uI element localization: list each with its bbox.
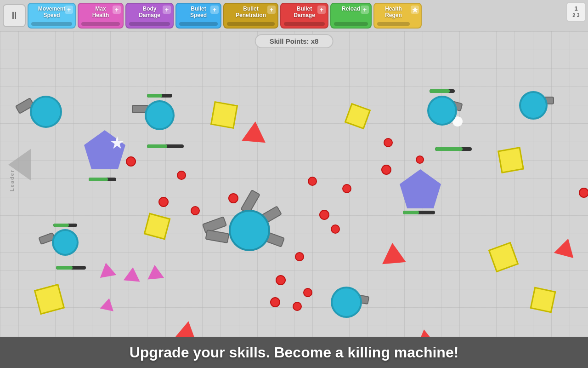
tank-topright2 (519, 91, 548, 120)
health-bar-topright (435, 147, 472, 151)
skill-bullet-damage[interactable]: BulletDamage + (280, 3, 328, 29)
skill-movement-speed[interactable]: MovementSpeed + (28, 3, 76, 29)
square-4 (144, 213, 171, 240)
bullet-9 (319, 210, 329, 220)
bottom-banner: Upgrade your skills. Become a killing ma… (0, 337, 588, 368)
body-damage-plus[interactable]: + (163, 6, 171, 14)
triangle-red-1 (242, 121, 267, 143)
health-bar-pentagon-right (403, 211, 435, 214)
tank-player-center (225, 206, 266, 247)
bullet-17 (295, 252, 304, 261)
bullet-1 (126, 156, 136, 167)
bullet-speed-plus[interactable]: + (210, 6, 219, 14)
reload-plus[interactable]: + (361, 6, 369, 14)
bullet-14 (293, 302, 302, 311)
square-6 (530, 287, 556, 313)
triangle-pink-4 (100, 297, 116, 311)
skill-bullet-speed[interactable]: BulletSpeed + (175, 3, 221, 29)
triangle-pink-3 (147, 264, 164, 279)
health-bar-pentagon-left (147, 144, 184, 148)
triangle-pink-1 (98, 261, 117, 278)
skill-max-health[interactable]: MaxHealth + (78, 3, 124, 29)
bullet-damage-plus[interactable]: + (317, 6, 326, 14)
skill-health-regen[interactable]: HealthRegen ★ (373, 3, 422, 29)
leader-arrow (8, 149, 31, 181)
triangle-red-2 (380, 242, 406, 264)
max-health-plus[interactable]: + (113, 6, 121, 14)
top-bar: ⏸ MovementSpeed + MaxHealth + BodyDamage… (0, 0, 588, 31)
bullet-16 (416, 155, 424, 164)
bullet-10 (331, 224, 340, 234)
bullet-penetration-plus[interactable]: + (267, 6, 276, 14)
bullet-4 (191, 206, 200, 215)
bullet-6 (308, 177, 317, 186)
bullet-5 (228, 193, 238, 203)
pentagon-topleft (84, 130, 125, 169)
bullet-12 (303, 288, 312, 297)
health-bar-left-small (89, 178, 116, 181)
skill-reload[interactable]: Reload + (330, 3, 372, 29)
bullet-11 (276, 275, 286, 285)
tank-topmiddle (145, 100, 175, 130)
health-bar-bottomleft (56, 266, 86, 270)
square-3 (498, 147, 524, 173)
game-area: Leader (0, 31, 588, 368)
square-2 (345, 103, 371, 130)
bullet-7 (342, 184, 351, 193)
skill-bullet-penetration[interactable]: BulletPenetration + (223, 3, 278, 29)
pause-button[interactable]: ⏸ (3, 4, 26, 27)
bullet-3 (158, 197, 169, 207)
square-7 (34, 284, 65, 315)
tank-topright1 (427, 96, 457, 126)
health-regen-star[interactable]: ★ (411, 6, 419, 14)
tank-topleft (30, 96, 62, 128)
square-5 (488, 242, 519, 273)
square-1 (210, 101, 238, 129)
tank-bottomright (331, 287, 362, 318)
bullet-15 (384, 138, 393, 147)
skill-body-damage[interactable]: BodyDamage + (125, 3, 174, 29)
movement-speed-plus[interactable]: + (65, 6, 73, 14)
pentagon-topright (400, 169, 441, 208)
level-badge: 12 3 (566, 2, 586, 22)
triangle-red-5 (554, 236, 578, 258)
bullet-2 (177, 171, 186, 180)
tank-bottomleft (52, 229, 79, 256)
bullet-8 (381, 165, 391, 175)
bullet-18 (579, 188, 588, 198)
triangle-pink-2 (124, 266, 141, 282)
skill-points-bar: Skill Points: x8 (255, 34, 334, 48)
bullet-13 (270, 297, 280, 307)
